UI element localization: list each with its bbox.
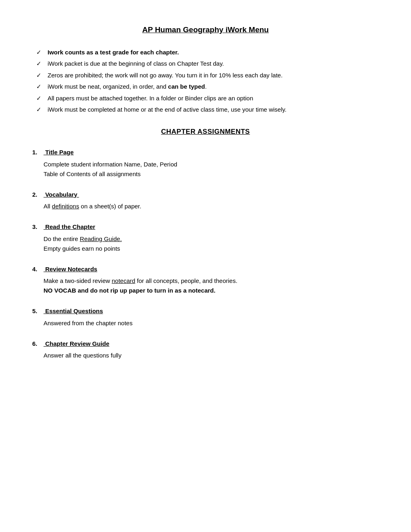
assignment-title: Essential Questions: [44, 307, 103, 316]
assignment-title: Vocabulary: [44, 190, 79, 200]
assignment-item-4: 4. Review Notecards Make a two-sided rev…: [32, 265, 379, 296]
assignment-body: Complete student information Name, Date,…: [32, 160, 379, 179]
assignment-body: Do the entire Reading Guide. Empty guide…: [32, 234, 379, 254]
assignment-number: 5.: [32, 307, 44, 316]
assignment-body: Answered from the chapter notes: [32, 318, 379, 328]
assignment-line: Do the entire Reading Guide.: [44, 234, 379, 244]
assignment-body: All definitions on a sheet(s) of paper.: [32, 202, 379, 211]
checklist-item: iWork must be completed at home or at th…: [36, 105, 379, 114]
assignment-line: Empty guides earn no points: [44, 244, 379, 254]
assignment-body: Make a two-sided review notecard for all…: [32, 276, 379, 295]
assignment-title: Read the Chapter: [44, 222, 95, 232]
assignment-list: 1. Title Page Complete student informati…: [32, 148, 379, 360]
assignment-line: Table of Contents of all assignments: [44, 169, 379, 179]
checklist-item: iWork packet is due at the beginning of …: [36, 59, 379, 69]
underline-span: Reading Guide.: [80, 235, 122, 242]
checklist-item: iWork must be neat, organized, in order,…: [36, 82, 379, 91]
assignment-line: Answered from the chapter notes: [44, 318, 379, 328]
assignment-line: All definitions on a sheet(s) of paper.: [44, 202, 379, 211]
assignment-title: Title Page: [44, 148, 74, 157]
assignment-body: Answer all the questions fully: [32, 351, 379, 360]
underline-span: definitions: [52, 203, 79, 210]
assignment-line-bold: NO VOCAB and do not rip up paper to turn…: [44, 286, 379, 295]
assignment-title: Chapter Review Guide: [44, 339, 109, 349]
section-heading: CHAPTER ASSIGNMENTS: [32, 127, 379, 137]
underline-span: notecard: [112, 277, 135, 284]
checklist-item: Iwork counts as a test grade for each ch…: [36, 48, 379, 57]
assignment-item-5: 5. Essential Questions Answered from the…: [32, 307, 379, 328]
assignment-number: 2.: [32, 190, 44, 200]
assignment-line: Make a two-sided review notecard for all…: [44, 276, 379, 286]
assignment-line: Answer all the questions fully: [44, 351, 379, 360]
page-title: AP Human Geography iWork Menu: [32, 24, 379, 36]
assignment-item-3: 3. Read the Chapter Do the entire Readin…: [32, 222, 379, 254]
assignment-item-6: 6. Chapter Review Guide Answer all the q…: [32, 339, 379, 361]
assignment-number: 6.: [32, 339, 44, 349]
checklist: Iwork counts as a test grade for each ch…: [32, 48, 379, 114]
assignment-line: Complete student information Name, Date,…: [44, 160, 379, 169]
assignment-title: Review Notecards: [44, 265, 97, 274]
assignment-item-2: 2. Vocabulary All definitions on a sheet…: [32, 190, 379, 212]
assignment-item-1: 1. Title Page Complete student informati…: [32, 148, 379, 179]
checklist-item: Zeros are prohibited; the work will not …: [36, 71, 379, 80]
checklist-item: All papers must be attached together. In…: [36, 94, 379, 103]
assignment-number: 3.: [32, 222, 44, 232]
assignment-number: 4.: [32, 265, 44, 274]
assignment-number: 1.: [32, 148, 44, 157]
